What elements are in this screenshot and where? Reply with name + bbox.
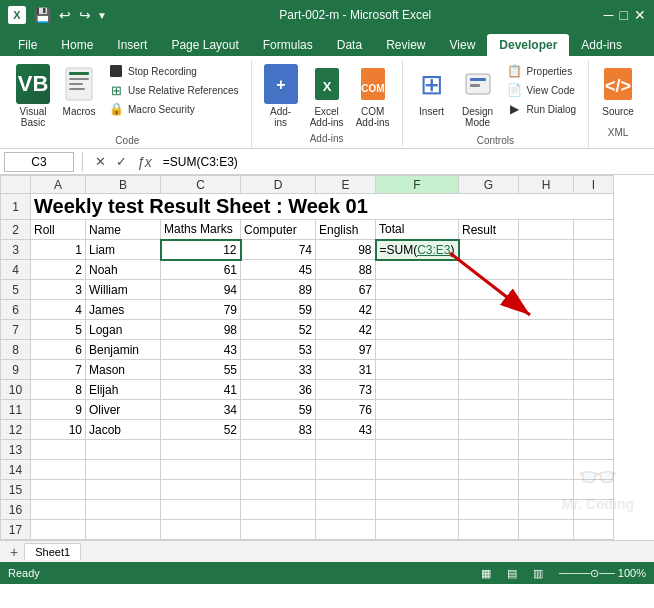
col-header-h[interactable]: H bbox=[519, 176, 574, 194]
row-header-15[interactable]: 15 bbox=[1, 480, 31, 500]
cell-e4[interactable]: 88 bbox=[316, 260, 376, 280]
cell-e14[interactable] bbox=[316, 460, 376, 480]
visual-basic-button[interactable]: VB VisualBasic bbox=[12, 62, 54, 130]
cell-h14[interactable] bbox=[519, 460, 574, 480]
zoom-slider[interactable]: ────⊙── 100% bbox=[559, 567, 646, 580]
cell-i3[interactable] bbox=[574, 240, 614, 260]
cell-a11[interactable]: 9 bbox=[31, 400, 86, 420]
spreadsheet-title[interactable]: Weekly test Result Sheet : Week 01 bbox=[31, 194, 614, 220]
formula-input[interactable] bbox=[159, 152, 650, 172]
stop-recording-button[interactable]: Stop Recording bbox=[104, 62, 243, 80]
tab-page-layout[interactable]: Page Layout bbox=[159, 34, 250, 56]
cell-i16[interactable] bbox=[574, 500, 614, 520]
cell-e10[interactable]: 73 bbox=[316, 380, 376, 400]
cell-d10[interactable]: 36 bbox=[241, 380, 316, 400]
cell-c7[interactable]: 98 bbox=[161, 320, 241, 340]
cell-f3[interactable]: =SUM(C3:E3) bbox=[376, 240, 459, 260]
cell-b16[interactable] bbox=[86, 500, 161, 520]
cell-c4[interactable]: 61 bbox=[161, 260, 241, 280]
cell-c12[interactable]: 52 bbox=[161, 420, 241, 440]
cell-g12[interactable] bbox=[459, 420, 519, 440]
tab-view[interactable]: View bbox=[438, 34, 488, 56]
col-header-i[interactable]: I bbox=[574, 176, 614, 194]
tab-data[interactable]: Data bbox=[325, 34, 374, 56]
cell-g16[interactable] bbox=[459, 500, 519, 520]
cell-g3[interactable] bbox=[459, 240, 519, 260]
redo-button[interactable]: ↪ bbox=[77, 5, 93, 25]
cell-f14[interactable] bbox=[376, 460, 459, 480]
cell-b3[interactable]: Liam bbox=[86, 240, 161, 260]
tab-developer[interactable]: Developer bbox=[487, 34, 569, 56]
cell-g15[interactable] bbox=[459, 480, 519, 500]
cell-i17[interactable] bbox=[574, 520, 614, 540]
cell-h7[interactable] bbox=[519, 320, 574, 340]
confirm-formula-button[interactable]: ✓ bbox=[113, 152, 130, 171]
row-header-1[interactable]: 1 bbox=[1, 194, 31, 220]
header-name[interactable]: Name bbox=[86, 220, 161, 240]
cell-e8[interactable]: 97 bbox=[316, 340, 376, 360]
cell-i4[interactable] bbox=[574, 260, 614, 280]
cell-a3[interactable]: 1 bbox=[31, 240, 86, 260]
col-header-b[interactable]: B bbox=[86, 176, 161, 194]
row-header-5[interactable]: 5 bbox=[1, 280, 31, 300]
cell-c17[interactable] bbox=[161, 520, 241, 540]
cell-b4[interactable]: Noah bbox=[86, 260, 161, 280]
cell-a16[interactable] bbox=[31, 500, 86, 520]
cell-e16[interactable] bbox=[316, 500, 376, 520]
cell-d15[interactable] bbox=[241, 480, 316, 500]
cell-a4[interactable]: 2 bbox=[31, 260, 86, 280]
tab-add-ins[interactable]: Add-ins bbox=[569, 34, 634, 56]
row-header-3[interactable]: 3 bbox=[1, 240, 31, 260]
cell-e11[interactable]: 76 bbox=[316, 400, 376, 420]
cell-f8[interactable] bbox=[376, 340, 459, 360]
cell-e17[interactable] bbox=[316, 520, 376, 540]
view-layout-button[interactable]: ▤ bbox=[507, 567, 517, 580]
cell-g4[interactable] bbox=[459, 260, 519, 280]
run-dialog-button[interactable]: ▶ Run Dialog bbox=[503, 100, 580, 118]
cell-e5[interactable]: 67 bbox=[316, 280, 376, 300]
cell-c16[interactable] bbox=[161, 500, 241, 520]
cell-d17[interactable] bbox=[241, 520, 316, 540]
row-header-6[interactable]: 6 bbox=[1, 300, 31, 320]
cell-h9[interactable] bbox=[519, 360, 574, 380]
cancel-formula-button[interactable]: ✕ bbox=[92, 152, 109, 171]
cell-h15[interactable] bbox=[519, 480, 574, 500]
cell-g13[interactable] bbox=[459, 440, 519, 460]
cell-f10[interactable] bbox=[376, 380, 459, 400]
cell-a6[interactable]: 4 bbox=[31, 300, 86, 320]
cell-i14[interactable] bbox=[574, 460, 614, 480]
cell-a17[interactable] bbox=[31, 520, 86, 540]
cell-e15[interactable] bbox=[316, 480, 376, 500]
insert-function-button[interactable]: ƒx bbox=[134, 152, 155, 172]
cell-h11[interactable] bbox=[519, 400, 574, 420]
cell-d12[interactable]: 83 bbox=[241, 420, 316, 440]
design-mode-button[interactable]: DesignMode bbox=[457, 62, 499, 130]
cell-c13[interactable] bbox=[161, 440, 241, 460]
row-header-9[interactable]: 9 bbox=[1, 360, 31, 380]
cell-b17[interactable] bbox=[86, 520, 161, 540]
cell-i7[interactable] bbox=[574, 320, 614, 340]
cell-i8[interactable] bbox=[574, 340, 614, 360]
cell-a14[interactable] bbox=[31, 460, 86, 480]
cell-g5[interactable] bbox=[459, 280, 519, 300]
cell-a9[interactable]: 7 bbox=[31, 360, 86, 380]
cell-g10[interactable] bbox=[459, 380, 519, 400]
cell-h8[interactable] bbox=[519, 340, 574, 360]
header-total[interactable]: Total bbox=[376, 220, 459, 240]
tab-review[interactable]: Review bbox=[374, 34, 437, 56]
cell-a8[interactable]: 6 bbox=[31, 340, 86, 360]
cell-c8[interactable]: 43 bbox=[161, 340, 241, 360]
cell-g7[interactable] bbox=[459, 320, 519, 340]
add-sheet-button[interactable]: + bbox=[4, 542, 24, 562]
cell-c15[interactable] bbox=[161, 480, 241, 500]
cell-c9[interactable]: 55 bbox=[161, 360, 241, 380]
header-english[interactable]: English bbox=[316, 220, 376, 240]
cell-f16[interactable] bbox=[376, 500, 459, 520]
macro-security-button[interactable]: 🔒 Macro Security bbox=[104, 100, 243, 118]
cell-g9[interactable] bbox=[459, 360, 519, 380]
cell-i12[interactable] bbox=[574, 420, 614, 440]
cell-b7[interactable]: Logan bbox=[86, 320, 161, 340]
view-normal-button[interactable]: ▦ bbox=[481, 567, 491, 580]
cell-d6[interactable]: 59 bbox=[241, 300, 316, 320]
cell-d16[interactable] bbox=[241, 500, 316, 520]
